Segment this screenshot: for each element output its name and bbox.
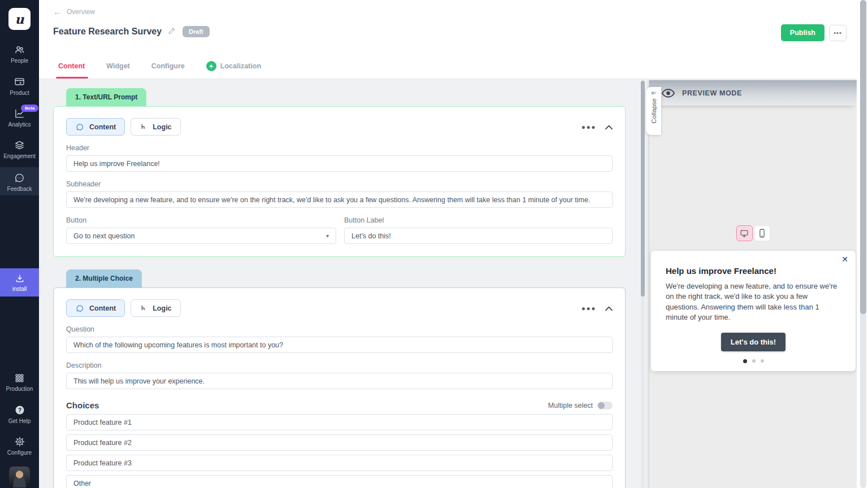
gear-icon [14, 436, 25, 447]
sidebar-item-feedback[interactable]: Feedback [0, 167, 39, 195]
desktop-icon [740, 229, 749, 238]
speech-bubble-icon [75, 123, 85, 132]
tab-widget[interactable]: Widget [106, 57, 130, 79]
preview-card-title: Help us improve Freelance! [666, 266, 841, 276]
description-field-label: Description [66, 361, 613, 369]
device-toggle [736, 225, 770, 241]
page-title: Feature Research Survey [53, 27, 162, 37]
preview-mode-label: PREVIEW MODE [682, 89, 742, 97]
header-input[interactable] [66, 155, 613, 172]
section-1-collapse-icon[interactable] [605, 122, 613, 132]
feedback-icon [14, 172, 25, 184]
section-2: 2. Multiple Choice Content Logic [53, 269, 642, 488]
description-input[interactable] [66, 373, 613, 389]
sidebar-item-production[interactable]: Production [0, 373, 39, 392]
pagination-dot-2[interactable] [752, 359, 756, 363]
logo-letter: u [15, 12, 24, 27]
sidebar-item-analytics[interactable]: Beta Analytics [0, 108, 39, 128]
sidebar-item-people[interactable]: People [0, 44, 39, 64]
preview-cta-button[interactable]: Let's do this! [721, 333, 785, 351]
header-field-label: Header [66, 144, 613, 152]
people-icon [14, 44, 25, 55]
logic-branch-icon [140, 304, 148, 313]
page-scrollbar [857, 0, 868, 488]
product-icon [14, 76, 25, 88]
choice-row [66, 455, 613, 471]
help-icon: ? [14, 404, 25, 416]
choice-input-1[interactable] [66, 414, 613, 430]
sidebar-item-product[interactable]: Product [0, 76, 39, 96]
section-1-badge[interactable]: 1. Text/URL Prompt [66, 88, 146, 106]
button-field-label: Button [66, 216, 336, 224]
sidebar-item-get-help[interactable]: ? Get Help [0, 404, 39, 424]
section-2-more-icon[interactable]: ●●● [581, 304, 596, 312]
pagination-dot-3[interactable] [761, 359, 764, 363]
button-action-select[interactable]: Go to next question ▾ [66, 228, 336, 244]
mobile-preview-button[interactable] [754, 225, 770, 241]
subheader-field-label: Subheader [66, 180, 613, 188]
grid-icon [14, 373, 25, 384]
top-bar: ← Overview Feature Research Survey Draft… [39, 0, 868, 79]
survey-preview-card: ✕ Help us improve Freelance! We're devel… [651, 251, 856, 371]
logic-branch-icon [140, 123, 148, 132]
survey-canvas: 1. Text/URL Prompt Content Logic [39, 79, 642, 488]
choice-input-3[interactable] [66, 455, 613, 471]
pagination-dot-1[interactable] [743, 359, 747, 363]
edit-title-icon[interactable] [168, 27, 176, 37]
section-1: 1. Text/URL Prompt Content Logic [53, 88, 642, 257]
tab-localization[interactable]: ✦ Localization [206, 57, 261, 79]
preview-pagination-dots [666, 359, 841, 363]
back-arrow-icon: ← [53, 7, 62, 16]
collapse-label: Collapse [650, 98, 657, 124]
question-input[interactable] [66, 337, 613, 353]
section-2-logic-tab[interactable]: Logic [131, 299, 180, 317]
title-row: Feature Research Survey Draft [53, 26, 210, 37]
multiple-select-toggle[interactable] [597, 402, 613, 409]
section-2-content-tab[interactable]: Content [66, 299, 125, 317]
back-label: Overview [67, 8, 95, 16]
choice-input-2[interactable] [66, 434, 613, 451]
tab-content[interactable]: Content [58, 57, 85, 79]
status-badge: Draft [183, 26, 210, 37]
download-icon [14, 273, 25, 284]
choice-row [66, 414, 613, 430]
drag-handle-icon: ≡ [650, 91, 656, 95]
app-logo[interactable]: u [8, 8, 31, 30]
svg-text:?: ? [18, 407, 21, 413]
close-icon[interactable]: ✕ [841, 255, 848, 264]
collapse-preview-button[interactable]: ≡› Collapse [646, 87, 661, 135]
work-zone: 1. Text/URL Prompt Content Logic [39, 79, 868, 488]
more-options-button[interactable]: ••• [829, 25, 847, 41]
button-label-field-label: Button Label [344, 216, 613, 224]
sidebar: u People Product Beta Analytics Engageme… [0, 0, 39, 488]
topbar-actions: Publish ••• [781, 24, 847, 41]
section-2-collapse-icon[interactable] [605, 303, 613, 313]
sidebar-item-install[interactable]: install [0, 268, 39, 297]
mobile-icon [759, 229, 765, 238]
desktop-preview-button[interactable] [736, 225, 753, 241]
back-link[interactable]: ← Overview [53, 7, 95, 16]
section-1-logic-tab[interactable]: Logic [131, 118, 180, 136]
sidebar-item-engagement[interactable]: Engagement [0, 140, 39, 159]
choice-row [66, 434, 613, 451]
section-1-content-tab[interactable]: Content [66, 118, 125, 136]
question-field-label: Question [66, 325, 613, 333]
localization-icon: ✦ [206, 61, 216, 71]
tab-configure[interactable]: Configure [151, 57, 185, 79]
preview-card-body: We're developing a new feature, and to e… [666, 281, 841, 323]
page-scrollbar-thumb[interactable] [860, 0, 866, 314]
button-label-input[interactable] [344, 228, 613, 244]
section-2-badge[interactable]: 2. Multiple Choice [66, 269, 142, 287]
subheader-input[interactable] [66, 191, 613, 208]
publish-button[interactable]: Publish [781, 24, 824, 41]
app-root: u People Product Beta Analytics Engageme… [0, 0, 868, 488]
section-1-more-icon[interactable]: ●●● [581, 123, 596, 131]
beta-badge: Beta [21, 104, 38, 112]
user-avatar[interactable] [9, 467, 30, 487]
preview-mode-header: PREVIEW MODE [649, 80, 857, 106]
multiple-select-label: Multiple select [548, 402, 593, 409]
choice-input-other[interactable] [66, 475, 613, 488]
canvas-scrollbar-thumb[interactable] [641, 81, 645, 297]
sidebar-item-configure[interactable]: Configure [0, 436, 39, 456]
speech-bubble-icon [75, 304, 85, 313]
